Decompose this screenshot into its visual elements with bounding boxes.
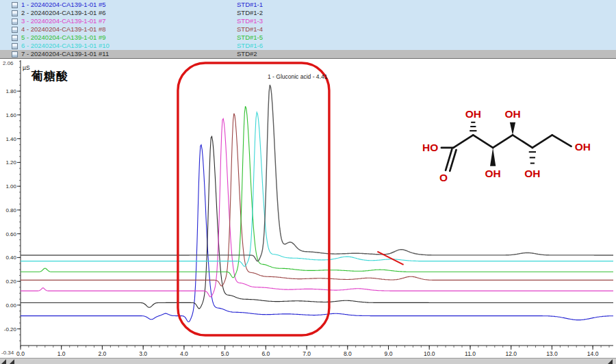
oh-label: OH [485,168,501,179]
oh-label: OH [504,108,520,120]
y-axis-unit: µS [23,64,30,71]
peak-label: 1 - Gluconic acid - 4.41 [268,73,327,80]
chromatogram-icon [12,10,18,16]
y-tick-label: 1.00 [5,183,16,190]
x-tick-label: 11.0 [465,350,476,357]
legend-row[interactable]: 3 - 20240204-CA139-1-01 #7STD#1-3 [0,17,616,25]
chromatogram-svg[interactable]: -0.200.000.200.400.600.801.001.201.401.6… [0,59,616,364]
chromatogram-icon [12,2,18,8]
legend-sample-label: 2 - 20240204-CA139-1-01 #6 [21,9,237,17]
legend-sample-label: 4 - 20240204-CA139-1-01 #8 [21,25,237,34]
legend-std-label: STD#1-3 [237,17,387,25]
y-tick-label: 0.20 [5,278,16,285]
y-min-label: -0.34 [1,350,14,356]
x-tick-label: 10.0 [424,350,435,357]
y-tick-label: 1.80 [5,88,16,94]
legend-sample-label: 5 - 20240204-CA139-1-01 #9 [21,34,237,42]
legend-sample-label: 3 - 20240204-CA139-1-01 #7 [21,17,237,25]
x-tick-label: 2.0 [98,350,106,357]
legend-std-label: STD#1-6 [237,42,387,50]
splitter-grip[interactable] [10,359,14,364]
chinese-annotation: 葡糖酸 [31,68,68,84]
oh-label: OH [524,168,540,179]
x-tick-label: 0.0 [16,350,25,357]
y-tick-label: 1.60 [5,112,16,118]
chromatogram-icon [12,43,18,49]
legend-row[interactable]: 7 - 20240204-CA139-1-01 #11STD#2 [0,50,616,58]
chromatogram-icon [12,51,18,57]
x-tick-label: 6.0 [261,350,270,357]
y-tick-label: -0.20 [4,326,17,333]
splitter-grip[interactable] [608,359,613,364]
x-tick-label: 8.0 [344,350,352,357]
legend-std-label: STD#1-1 [237,1,387,9]
x-tick-label: 13.0 [546,350,558,357]
legend-std-label: STD#1-2 [237,9,387,17]
legend-sample-label: 7 - 20240204-CA139-1-01 #11 [21,50,237,58]
legend-row[interactable]: 6 - 20240204-CA139-1-01 #10STD#1-6 [0,42,616,50]
y-tick-label: 0.40 [5,255,16,261]
legend-std-label: STD#2 [237,50,387,58]
carbonyl-o-label: O [439,172,448,183]
x-tick-label: 9.0 [385,350,393,357]
x-tick-label: 14.0 [587,350,599,357]
y-tick-label: 1.40 [5,136,16,142]
y-tick-label: 0.00 [5,302,16,309]
y-max-label: 2.06 [3,60,14,66]
legend-row[interactable]: 1 - 20240204-CA139-1-01 #5STD#1-1 [0,1,616,9]
legend-row[interactable]: 5 - 20240204-CA139-1-01 #9STD#1-5 [0,34,616,42]
oh-label: OH [575,141,591,153]
legend-std-label: STD#1-4 [237,25,387,34]
y-tick-label: 0.80 [5,207,16,213]
chromatogram-icon [12,27,18,33]
chromatogram-icon [12,18,18,25]
legend-sample-label: 6 - 20240204-CA139-1-01 #10 [21,42,237,50]
legend-std-label: STD#1-5 [237,34,387,42]
y-tick-label: 0.60 [5,231,16,237]
legend-sample-label: 1 - 20240204-CA139-1-01 #5 [21,1,237,9]
highlight-box-annotation [178,63,329,335]
gluconic-acid-structure: HO O OH OH OH OH OH [421,108,604,192]
ho-label: HO [422,142,438,153]
x-tick-label: 7.0 [303,350,311,357]
oh-label: OH [465,108,481,120]
legend-row[interactable]: 2 - 20240204-CA139-1-01 #6STD#1-2 [0,9,616,17]
bottom-splitter-strip [0,358,616,364]
injection-legend: 1 - 20240204-CA139-1-01 #5STD#1-12 - 202… [0,0,616,59]
x-tick-label: 3.0 [139,350,147,357]
wedge-bond [510,122,515,135]
y-tick-label: 1.20 [5,159,16,166]
x-tick-label: 5.0 [221,350,229,357]
splitter-grip[interactable] [1,359,6,364]
x-tick-label: 4.0 [180,350,188,357]
x-tick-label: 12.0 [505,350,517,357]
legend-row[interactable]: 4 - 20240204-CA139-1-01 #8STD#1-4 [0,25,616,34]
wedge-bond [490,148,496,166]
x-tick-label: 1.0 [57,350,66,357]
chromatogram-icon [12,35,18,41]
chromatogram-plot[interactable]: -0.200.000.200.400.600.801.001.201.401.6… [0,59,616,364]
